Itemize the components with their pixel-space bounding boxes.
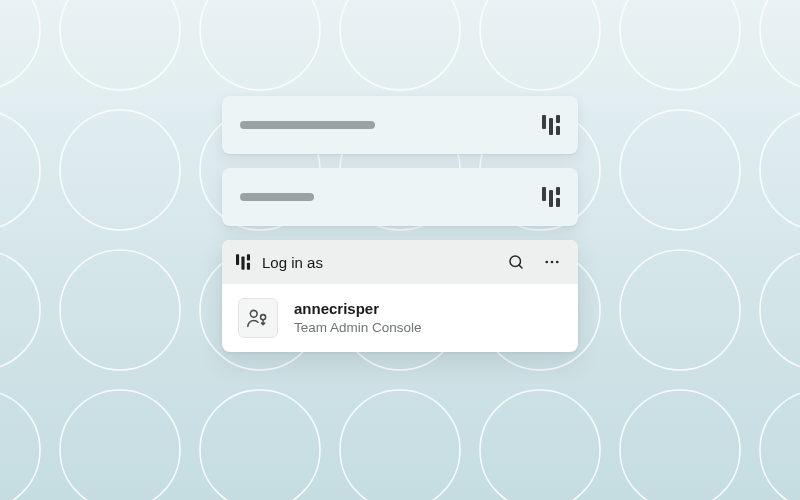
credential-field-1[interactable] [222, 96, 578, 154]
svg-point-23 [200, 390, 320, 500]
svg-point-4 [480, 0, 600, 90]
svg-point-12 [620, 110, 740, 230]
svg-point-21 [0, 390, 40, 500]
svg-point-24 [340, 390, 460, 500]
svg-point-20 [760, 250, 800, 370]
login-result-item[interactable]: annecrisper Team Admin Console [222, 284, 578, 352]
svg-point-14 [0, 250, 40, 370]
1password-logo-icon[interactable] [542, 187, 560, 207]
svg-point-2 [200, 0, 320, 90]
svg-rect-38 [247, 254, 250, 260]
1password-logo-icon[interactable] [542, 115, 560, 135]
svg-point-1 [60, 0, 180, 90]
svg-rect-33 [549, 190, 553, 207]
panel-header: Log in as [222, 240, 578, 284]
user-key-icon [238, 298, 278, 338]
1password-logo-icon [236, 254, 250, 270]
svg-rect-30 [556, 115, 560, 123]
svg-point-25 [480, 390, 600, 500]
svg-rect-32 [542, 187, 546, 201]
credential-placeholder [240, 121, 375, 129]
svg-point-43 [551, 261, 554, 264]
stage: Log in as [0, 0, 800, 500]
autofill-panel: Log in as [222, 240, 578, 352]
svg-rect-34 [556, 187, 560, 195]
svg-point-26 [620, 390, 740, 500]
svg-point-42 [545, 261, 548, 264]
svg-line-41 [519, 265, 522, 268]
svg-rect-36 [236, 254, 239, 265]
svg-point-13 [760, 110, 800, 230]
result-username: annecrisper [294, 299, 422, 319]
svg-point-3 [340, 0, 460, 90]
svg-rect-29 [549, 118, 553, 135]
svg-point-15 [60, 250, 180, 370]
svg-point-7 [0, 110, 40, 230]
svg-point-0 [0, 0, 40, 90]
svg-point-8 [60, 110, 180, 230]
result-context: Team Admin Console [294, 319, 422, 337]
svg-rect-31 [556, 126, 560, 135]
svg-rect-35 [556, 198, 560, 207]
search-icon[interactable] [504, 250, 528, 274]
svg-point-5 [620, 0, 740, 90]
svg-rect-28 [542, 115, 546, 129]
svg-point-45 [250, 310, 257, 317]
autofill-stack: Log in as [222, 96, 578, 352]
svg-point-22 [60, 390, 180, 500]
result-text: annecrisper Team Admin Console [294, 299, 422, 337]
credential-field-2[interactable] [222, 168, 578, 226]
svg-point-44 [556, 261, 559, 264]
panel-title: Log in as [262, 254, 323, 271]
svg-rect-39 [247, 263, 250, 270]
svg-point-6 [760, 0, 800, 90]
svg-rect-37 [241, 257, 244, 270]
svg-point-27 [760, 390, 800, 500]
more-icon[interactable] [540, 250, 564, 274]
svg-point-19 [620, 250, 740, 370]
credential-placeholder [240, 193, 314, 201]
